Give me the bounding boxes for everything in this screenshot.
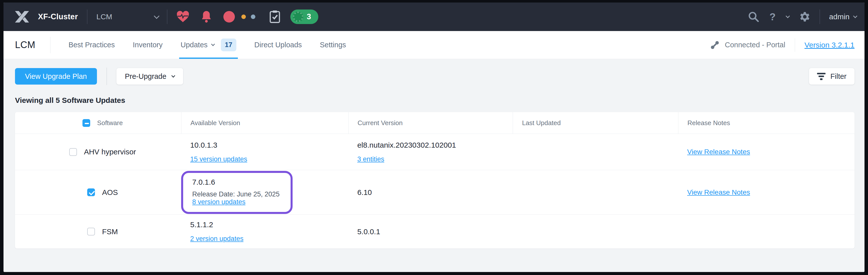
header-cell-current-version: Current Version [348, 112, 513, 134]
tasks-count: 3 [307, 12, 311, 21]
nutanix-logo-icon[interactable] [15, 11, 29, 23]
tab-label: Settings [320, 41, 346, 49]
updates-summary-heading: Viewing all 5 Software Updates [15, 96, 855, 105]
view-release-notes-link[interactable]: View Release Notes [687, 188, 750, 196]
app-selector-dropdown[interactable]: LCM [96, 12, 158, 21]
info-alert-dot[interactable] [251, 15, 255, 19]
software-updates-table: Software Available Version Current Versi… [15, 112, 855, 248]
header-cell-software: Software [15, 112, 181, 134]
filter-label: Filter [831, 72, 846, 81]
release-date: Release Date: June 25, 2025 [192, 190, 280, 198]
column-header: Current Version [358, 119, 513, 127]
lcm-version-link[interactable]: Version 3.2.1.1 [805, 41, 855, 49]
screenshot-frame: XF-Cluster LCM [0, 0, 868, 275]
updates-count-badge: 17 [221, 38, 236, 51]
lcm-nav-bar: LCM Best Practices Inventory Updates 17 … [3, 31, 865, 59]
health-heart-icon[interactable] [177, 11, 189, 23]
header-cell-last-updated: Last Updated [513, 112, 678, 134]
row-checkbox[interactable] [87, 228, 95, 236]
app-selector-label: LCM [96, 12, 112, 21]
current-version: el8.nutanix.20230302.102001 [357, 141, 513, 149]
available-version-cell: 10.0.1.3 15 version updates [181, 134, 348, 170]
version-updates-link[interactable]: 15 version updates [190, 156, 247, 163]
version-updates-link[interactable]: 8 version updates [192, 198, 245, 206]
critical-alert-dot[interactable] [223, 11, 235, 23]
chevron-down-icon [171, 74, 175, 78]
last-updated-cell [513, 134, 678, 170]
software-name: AOS [102, 188, 118, 197]
current-version: 6.10 [357, 188, 513, 197]
divider [87, 9, 88, 24]
tab-label: Best Practices [68, 41, 115, 49]
updates-content: View Upgrade Plan Pre-Upgrade Filter Vie… [3, 59, 865, 272]
filter-funnel-icon [817, 73, 826, 80]
version-updates-link[interactable]: 2 version updates [190, 235, 243, 243]
entities-link[interactable]: 3 entities [357, 156, 384, 163]
connection-status: Connected - Portal [725, 41, 785, 49]
last-updated-cell [513, 170, 678, 215]
tab-label: Updates [181, 41, 208, 49]
divider [167, 9, 167, 24]
software-name-cell: AHV hypervisor [15, 134, 181, 170]
select-all-checkbox[interactable] [83, 119, 90, 127]
software-name: AHV hypervisor [84, 148, 136, 156]
column-header: Available Version [190, 119, 348, 127]
user-menu[interactable]: admin [829, 12, 856, 21]
software-name-cell: FSM [15, 215, 181, 248]
pre-upgrade-dropdown-button[interactable]: Pre-Upgrade [117, 68, 183, 85]
tab-direct-uploads[interactable]: Direct Uploads [254, 31, 302, 59]
top-bar-right: ? admin [748, 9, 856, 24]
header-cell-available-version: Available Version [181, 112, 348, 134]
tab-label: Direct Uploads [254, 41, 302, 49]
updates-toolbar: View Upgrade Plan Pre-Upgrade Filter [15, 67, 855, 85]
current-version: 5.0.0.1 [357, 227, 513, 236]
tab-best-practices[interactable]: Best Practices [68, 31, 115, 59]
column-header: Last Updated [522, 119, 678, 127]
last-updated-cell [513, 215, 678, 248]
release-notes-cell [678, 215, 855, 248]
available-version: 7.0.1.6 [192, 178, 280, 186]
table-row-aos: AOS 7.0.1.6 Release Date: June 25, 2025 … [15, 170, 855, 215]
header-cell-release-notes: Release Notes [678, 112, 855, 134]
filter-button[interactable]: Filter [809, 68, 855, 85]
release-notes-cell: View Release Notes [678, 134, 855, 170]
available-version: 10.0.1.3 [190, 141, 348, 149]
top-bar-left: XF-Cluster LCM [15, 9, 318, 24]
table-row-ahv-hypervisor: AHV hypervisor 10.0.1.3 15 version updat… [15, 134, 855, 170]
tab-settings[interactable]: Settings [320, 31, 346, 59]
alerts-bell-icon[interactable] [200, 10, 212, 23]
current-version-cell: el8.nutanix.20230302.102001 3 entities [348, 134, 513, 170]
status-icons-group: 3 [177, 9, 318, 24]
user-name: admin [829, 12, 849, 21]
release-notes-cell: View Release Notes [678, 170, 855, 215]
running-tasks-pill[interactable]: 3 [290, 9, 318, 24]
tab-inventory[interactable]: Inventory [133, 31, 162, 59]
nav-right-group: Connected - Portal Version 3.2.1.1 [710, 38, 855, 52]
nav-tabs: Best Practices Inventory Updates 17 Dire… [51, 31, 346, 59]
chevron-down-icon [853, 14, 857, 18]
software-name-cell: AOS [15, 170, 181, 215]
tab-updates[interactable]: Updates 17 [181, 31, 236, 59]
column-header: Software [97, 119, 123, 127]
available-version: 5.1.1.2 [190, 220, 348, 229]
warning-alert-dot[interactable] [241, 15, 246, 19]
divider [106, 67, 107, 85]
current-version-cell: 5.0.0.1 [348, 215, 513, 248]
available-version-cell: 5.1.1.2 2 version updates [181, 215, 348, 248]
software-name: FSM [102, 227, 118, 236]
row-checkbox[interactable] [87, 188, 95, 196]
view-upgrade-plan-button[interactable]: View Upgrade Plan [15, 68, 97, 85]
view-release-notes-link[interactable]: View Release Notes [687, 148, 750, 156]
highlight-annotation: 7.0.1.6 Release Date: June 25, 2025 8 ve… [181, 171, 292, 214]
divider [819, 9, 820, 24]
row-checkbox[interactable] [69, 148, 77, 156]
chevron-down-icon[interactable] [786, 14, 790, 18]
tab-label: Inventory [133, 41, 162, 49]
help-icon[interactable]: ? [770, 11, 776, 23]
search-icon[interactable] [748, 11, 760, 23]
connected-plug-icon [710, 40, 720, 50]
top-bar: XF-Cluster LCM [3, 2, 865, 31]
gear-icon[interactable] [799, 11, 810, 23]
task-progress-icon [293, 11, 303, 22]
tasks-clipboard-icon[interactable] [269, 10, 280, 23]
